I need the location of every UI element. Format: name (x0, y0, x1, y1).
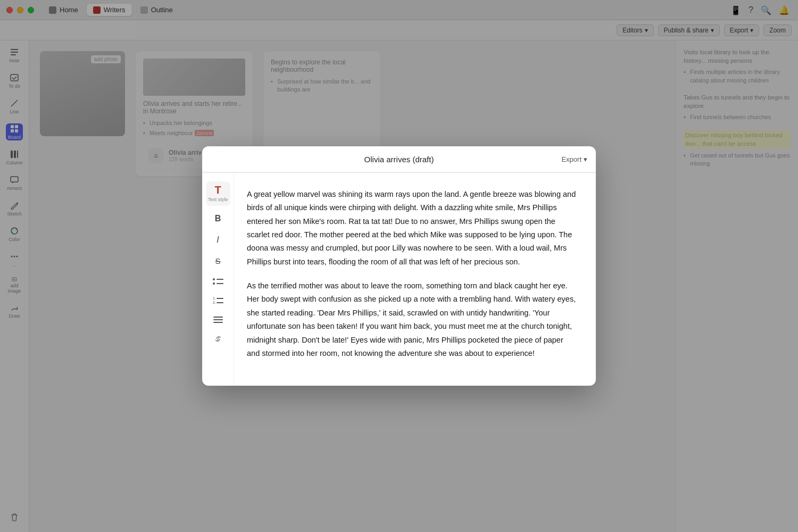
unordered-list-icon (212, 277, 224, 286)
svg-rect-26 (217, 302, 223, 303)
svg-point-21 (213, 282, 215, 285)
bold-icon: B (215, 214, 221, 223)
link-button[interactable] (208, 331, 228, 346)
modal-body: T Text style B I S (202, 173, 596, 386)
modal-toolbar: T Text style B I S (202, 173, 234, 386)
strikethrough-button[interactable]: S (208, 253, 228, 270)
text-style-button[interactable]: T Text style (206, 181, 230, 206)
svg-rect-27 (213, 317, 223, 318)
modal-overlay[interactable]: Olivia arrives (draft) Export ▾ T Text s… (0, 0, 798, 532)
svg-rect-20 (217, 279, 223, 280)
svg-text:2.: 2. (213, 301, 216, 304)
modal-title: Olivia arrives (draft) (364, 155, 434, 164)
ordered-list-button[interactable]: 1. 2. (208, 293, 228, 308)
svg-point-19 (213, 278, 215, 280)
text-style-icon: T (214, 185, 221, 195)
unordered-list-button[interactable] (208, 274, 228, 289)
italic-icon: I (217, 235, 219, 245)
svg-text:1.: 1. (213, 296, 216, 300)
text-paragraph-1: A great yellow marvel was shining its wa… (247, 188, 577, 269)
alignment-icon (212, 315, 224, 325)
alignment-button[interactable] (208, 312, 228, 327)
header-divider (202, 172, 596, 172)
modal-export-button[interactable]: Export ▾ (561, 155, 587, 163)
svg-rect-22 (217, 283, 223, 284)
export-chevron-icon: ▾ (584, 155, 587, 163)
ordered-list-icon: 1. 2. (212, 296, 224, 305)
export-label: Export (561, 155, 581, 163)
modal-header: Olivia arrives (draft) Export ▾ (202, 146, 596, 173)
text-paragraph-2: As the terrified mother was about to lea… (247, 279, 577, 360)
text-style-label: Text style (208, 197, 228, 202)
svg-rect-29 (213, 322, 223, 323)
svg-rect-28 (213, 319, 223, 320)
strikethrough-icon: S (215, 256, 220, 265)
link-icon (212, 334, 224, 344)
modal-text-content[interactable]: A great yellow marvel was shining its wa… (234, 173, 596, 386)
bold-button[interactable]: B (208, 210, 228, 227)
italic-button[interactable]: I (208, 231, 228, 248)
modal-dialog: Olivia arrives (draft) Export ▾ T Text s… (202, 146, 596, 386)
svg-rect-24 (217, 298, 223, 299)
